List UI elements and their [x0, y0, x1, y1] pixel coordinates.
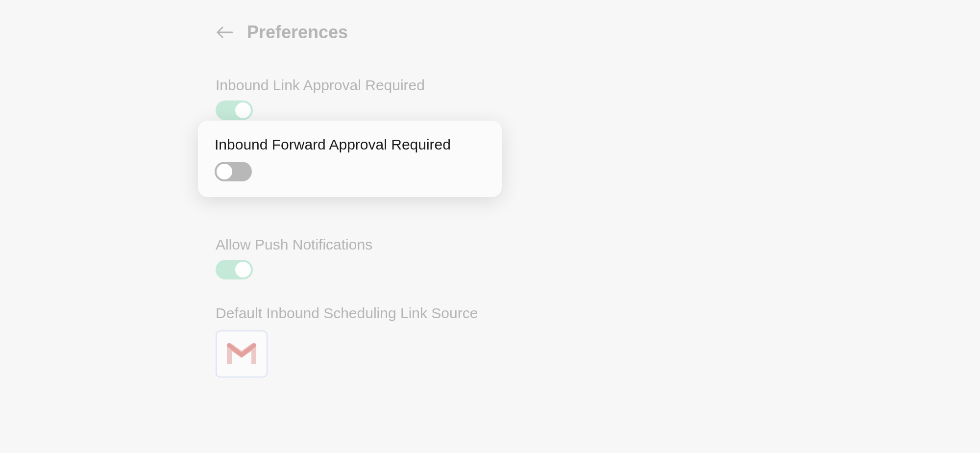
setting-default-scheduling-link-source: Default Inbound Scheduling Link Source [216, 305, 755, 378]
setting-allow-push-notifications: Allow Push Notifications [216, 236, 755, 279]
toggle-knob [235, 262, 251, 277]
toggle-knob [217, 164, 232, 179]
setting-label: Inbound Forward Approval Required [215, 136, 485, 153]
page-header: Preferences [216, 22, 755, 43]
scheduling-source-gmail[interactable] [216, 330, 268, 378]
toggle-knob [235, 102, 251, 118]
setting-label: Inbound Link Approval Required [216, 77, 755, 94]
gmail-icon [224, 340, 259, 368]
setting-inbound-forward-approval: Inbound Forward Approval Required [198, 121, 502, 197]
setting-inbound-link-approval: Inbound Link Approval Required [216, 77, 755, 120]
setting-label: Allow Push Notifications [216, 236, 755, 253]
page-title: Preferences [247, 22, 348, 43]
back-arrow-icon[interactable] [216, 25, 233, 40]
toggle-inbound-forward-approval[interactable] [215, 162, 252, 181]
setting-label: Default Inbound Scheduling Link Source [216, 305, 755, 322]
toggle-inbound-link-approval[interactable] [216, 101, 253, 120]
toggle-allow-push-notifications[interactable] [216, 260, 253, 279]
